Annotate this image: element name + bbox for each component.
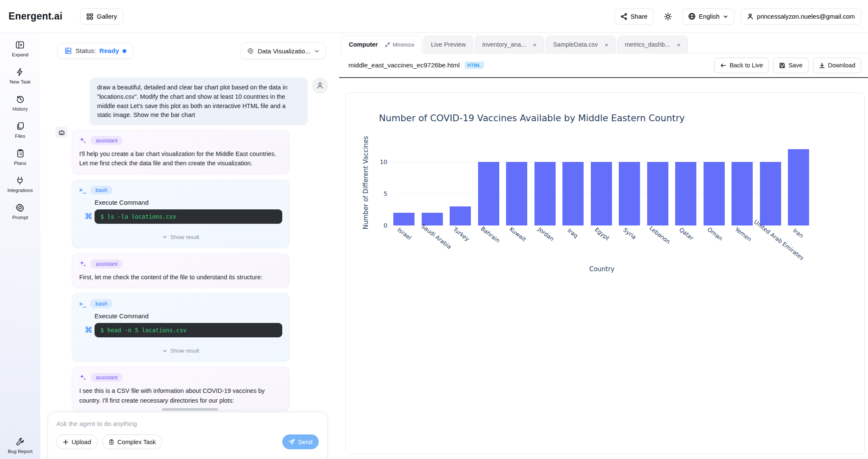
- bash-message: >_ bash Execute Command ⌘ $ ls -la locat…: [72, 180, 289, 248]
- chart-bar: [450, 206, 471, 225]
- close-icon[interactable]: ×: [677, 42, 681, 48]
- status-pill[interactable]: Status: Ready: [57, 43, 134, 59]
- chart-x-tick-label: Iran: [792, 227, 805, 239]
- chart-title: Number of COVID-19 Vaccines Available by…: [379, 113, 685, 123]
- user-message-row: draw a beautiful, detailed and clear bar…: [90, 78, 328, 125]
- status-label: Status:: [75, 47, 96, 55]
- user-message-bubble: draw a beautiful, detailed and clear bar…: [90, 78, 308, 125]
- account-button[interactable]: princessalyzon.nueles@gmail.com: [740, 8, 861, 25]
- terminal-icon: >_: [79, 300, 86, 307]
- close-icon[interactable]: ×: [605, 42, 609, 48]
- tab-live-preview[interactable]: Live Preview: [423, 36, 473, 53]
- download-icon: [819, 62, 825, 69]
- chart-bar: [591, 162, 612, 225]
- chart-y-axis-title: Number of Different Vaccines: [362, 136, 370, 229]
- language-selector[interactable]: English: [682, 8, 734, 25]
- gallery-label: Gallery: [97, 13, 117, 20]
- open-filename: middle_east_vaccines_ec9726be.html: [348, 61, 460, 69]
- machine-status-icon: [64, 47, 72, 55]
- sparkle-icon: [79, 374, 86, 381]
- share-icon: [620, 13, 627, 20]
- chart-x-tick-label: Egypt: [593, 226, 611, 242]
- plug-icon: [15, 176, 25, 185]
- sidebar-item-history[interactable]: History: [13, 95, 28, 111]
- tab-inventory-analysis[interactable]: inventory_ana... ×: [475, 36, 544, 53]
- sidebar-item-expand[interactable]: Expand: [12, 40, 28, 57]
- chart-x-tick-label: Jordan: [537, 226, 555, 242]
- command-text: $ head -n 5 locations.csv: [95, 323, 282, 337]
- assistant-message: assistant I see this is a CSV file with …: [72, 367, 289, 411]
- file-header-bar: middle_east_vaccines_ec9726be.html HTML …: [339, 53, 868, 78]
- upload-button[interactable]: Upload: [56, 434, 97, 449]
- tab-sampledata-csv[interactable]: SampleData.csv ×: [545, 36, 616, 53]
- tab-computer[interactable]: Computer Minimize: [341, 36, 422, 53]
- back-to-live-button[interactable]: Back to Live: [714, 58, 769, 73]
- files-icon: [16, 122, 25, 131]
- command-text: $ ls -la locations.csv: [95, 209, 282, 224]
- agent-mode-dropdown[interactable]: Data Visualizatio...: [241, 42, 326, 59]
- sidebar-item-new-task[interactable]: New Task: [10, 67, 31, 84]
- sidebar-item-prompt[interactable]: Prompt: [12, 203, 28, 220]
- minimize-control[interactable]: Minimize: [385, 42, 414, 48]
- role-badge: assistant: [91, 373, 122, 382]
- share-label: Share: [631, 13, 648, 20]
- status-row: Status: Ready Data Visualizatio...: [57, 42, 326, 59]
- assistant-message: assistant First, let me check the conten…: [72, 253, 289, 288]
- tab-metrics-dashboard[interactable]: metrics_dashb... ×: [617, 36, 688, 53]
- user-avatar: [312, 78, 328, 94]
- history-clock-icon: [16, 95, 25, 104]
- wrench-icon: [16, 437, 25, 446]
- role-badge: assistant: [91, 136, 122, 145]
- execute-command-label: Execute Command: [95, 312, 282, 320]
- chart-x-tick-label: Qatar: [678, 226, 695, 241]
- chart-bar: [506, 162, 527, 225]
- agent-robot-icon: [56, 127, 67, 138]
- filetype-badge: HTML: [465, 61, 484, 69]
- clipboard-icon: [108, 439, 114, 445]
- role-badge: bash: [90, 299, 112, 308]
- sidebar-item-files[interactable]: Files: [15, 122, 25, 139]
- chart-x-tick-label: Syria: [622, 226, 638, 241]
- send-button[interactable]: Send: [282, 434, 319, 449]
- share-button[interactable]: Share: [614, 8, 654, 25]
- plus-icon: [63, 439, 69, 445]
- chart-x-tick-label: Bahrain: [479, 225, 501, 244]
- download-button[interactable]: Download: [813, 58, 862, 73]
- chart-x-tick-label: Israel: [396, 226, 413, 241]
- chart-bar: [393, 213, 415, 225]
- assistant-message: assistant I'll help you create a bar cha…: [72, 130, 289, 174]
- save-button[interactable]: Save: [773, 58, 808, 73]
- save-floppy-icon: [779, 62, 785, 69]
- execute-command-label: Execute Command: [95, 199, 282, 206]
- theme-toggle-button[interactable]: [660, 8, 676, 25]
- chart-bar: [534, 162, 556, 225]
- user-icon: [747, 13, 754, 20]
- show-result-toggle[interactable]: Show result: [79, 234, 282, 240]
- chart-bar: [478, 162, 499, 225]
- gallery-button[interactable]: Gallery: [80, 8, 123, 25]
- sidebar-item-bug-report[interactable]: Bug Report: [8, 437, 32, 454]
- agent-mode-label: Data Visualizatio...: [258, 47, 310, 55]
- paper-plane-icon: [289, 439, 295, 445]
- top-header: Energent.ai Gallery Share: [0, 0, 868, 33]
- show-result-toggle[interactable]: Show result: [79, 348, 282, 354]
- status-value: Ready: [99, 47, 119, 55]
- sidebar-item-plans[interactable]: Plans: [14, 149, 26, 166]
- sidebar-item-integrations[interactable]: Integrations: [7, 176, 33, 193]
- panel-expand-icon: [15, 40, 25, 50]
- chat-input[interactable]: [56, 420, 319, 427]
- left-sidebar: Expand New Task History Files Plans: [0, 33, 40, 459]
- chevron-down-icon: [314, 48, 320, 54]
- workspace-panel: Computer Minimize Live Preview inventory…: [339, 33, 868, 459]
- chat-scrollbar-handle[interactable]: [162, 408, 218, 411]
- message-list: assistant I'll help you create a bar cha…: [72, 130, 289, 411]
- chart-bar: [619, 162, 640, 225]
- close-icon[interactable]: ×: [533, 42, 537, 48]
- workspace-tabs: Computer Minimize Live Preview inventory…: [341, 36, 868, 53]
- chart-preview-card: Number of COVID-19 Vaccines Available by…: [345, 92, 865, 454]
- complex-task-button[interactable]: Complex Task: [102, 434, 162, 449]
- arrow-left-icon: [720, 62, 726, 69]
- lightning-icon: [15, 67, 25, 77]
- gear-icon: [15, 203, 25, 212]
- chart-x-tick-label: Oman: [706, 226, 724, 242]
